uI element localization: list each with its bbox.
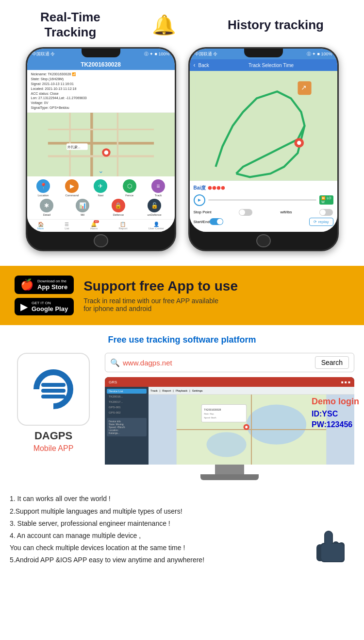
demo-id: ID:YSC xyxy=(312,410,359,418)
platform-section: Free use tracking software platform DAGP… xyxy=(0,325,364,485)
thumbs-up-icon xyxy=(306,521,354,571)
replay-button[interactable]: ⟳ replay xyxy=(309,218,333,226)
feature-item-1: 1. It can works all over the world ! xyxy=(10,493,354,505)
svg-point-8 xyxy=(104,150,108,155)
left-phone-buttons: 📍 Location ▶ Command ✈ Navi ⬡ xyxy=(27,176,175,219)
svg-rect-2 xyxy=(90,113,93,176)
undefence-btn[interactable]: 🔓 unDefence xyxy=(148,199,162,216)
svg-point-23 xyxy=(247,405,306,445)
website-url-input[interactable] xyxy=(123,359,315,367)
back-label[interactable]: Back xyxy=(199,63,209,68)
svg-point-24 xyxy=(206,432,246,457)
svg-rect-20 xyxy=(41,395,66,398)
support-subtitle: Track in real time with our free APP ava… xyxy=(83,297,349,312)
svg-rect-18 xyxy=(41,383,66,387)
svg-rect-39 xyxy=(325,532,332,546)
left-phone-header: TK2001630028 xyxy=(27,59,175,70)
svg-text:↗: ↗ xyxy=(301,84,307,92)
track-progress-bar[interactable] xyxy=(208,199,317,201)
right-home-button[interactable] xyxy=(256,234,271,248)
mil-btn[interactable]: 📊 Mil xyxy=(76,199,89,216)
defence-btn[interactable]: 🔒 Defence xyxy=(112,199,125,216)
search-icon: 🔍 xyxy=(110,358,120,367)
app-store-line2: App Store xyxy=(37,283,67,291)
play-button[interactable]: ▶ xyxy=(194,194,205,206)
app-store-line1: Download on the xyxy=(37,279,67,283)
svg-text:Speed: 0km/h: Speed: 0km/h xyxy=(204,417,216,419)
app-store-button[interactable]: 🍎 Download on the App Store xyxy=(15,276,74,294)
navi-btn[interactable]: ✈ Navi xyxy=(94,179,107,197)
platform-title: Free use tracking software platform xyxy=(10,335,354,345)
support-title: Support free App to use xyxy=(83,278,349,294)
gps-header: GRS ■ ■ ■ xyxy=(105,377,354,387)
gps-sidebar-item[interactable]: GPS-002 xyxy=(107,410,147,415)
platform-content: DAGPS Mobile APP 🔍 Search GRS ■ ■ ■ xyxy=(10,353,354,480)
nav-user-center[interactable]: 👤 User Center xyxy=(149,222,164,230)
fence-btn[interactable]: ⬡ Fence xyxy=(123,179,136,197)
track-selection-title: Track Selection Time xyxy=(209,63,333,68)
nav-list[interactable]: ☰ List xyxy=(65,222,69,230)
nav-main[interactable]: 🏠 Main xyxy=(37,222,44,230)
left-phone-info: Nickname: TK2001630028 📶 State: Stop (16… xyxy=(27,70,175,112)
play-triangle-icon: ▶ xyxy=(20,301,28,312)
gps-sidebar-item[interactable]: GPS-001 xyxy=(107,405,147,410)
top-titles: Real-TimeTracking 🔔 History tracking xyxy=(15,10,349,40)
right-phone-screen: 中国联通 令 11:16 ⓪ ✦ ■ 100% ‹ Back Track Sel… xyxy=(190,49,337,231)
history-title: History tracking xyxy=(228,17,324,33)
track-map: ↗ xyxy=(190,71,337,180)
dagps-label: DAGPS xyxy=(34,430,72,442)
svg-text:外扎蒙...: 外扎蒙... xyxy=(67,145,81,149)
left-home-button[interactable] xyxy=(94,234,108,248)
demo-login-title: Demo login xyxy=(312,397,359,407)
phone-notch-left xyxy=(82,49,120,57)
phones-row: 中国联通 令 11:16 ⓪ ✦ ■ 100% TK2001630028 Nic… xyxy=(15,47,349,261)
svg-rect-38 xyxy=(321,544,344,561)
monitor-stand xyxy=(215,465,244,474)
gps-sidebar: Device List TK20016... TK20017... GPS-00… xyxy=(105,387,149,465)
wifi-lbs-toggle[interactable] xyxy=(319,209,333,216)
svg-rect-6 xyxy=(48,128,153,130)
google-play-button[interactable]: ▶ GET IT ON Google Play xyxy=(15,298,74,315)
gps-sidebar-item[interactable]: Device List xyxy=(107,389,147,394)
features-list: 1. It can works all over the world ! 2.S… xyxy=(10,493,354,566)
left-phone-map: 外扎蒙... ⌄ xyxy=(27,113,175,176)
search-button[interactable]: Search xyxy=(315,356,349,369)
real-time-title: Real-TimeTracking xyxy=(40,10,100,40)
svg-point-28 xyxy=(245,426,248,429)
gps-sidebar-item[interactable]: TK20017... xyxy=(107,399,147,404)
feature-item-4: 4. An account can manage multiple device… xyxy=(10,530,354,542)
feature-item-5: 5.Android APP &IOS APP easy to view anyt… xyxy=(10,554,354,566)
demo-pw: PW:123456 xyxy=(312,420,359,429)
location-btn[interactable]: 📍 Location xyxy=(36,179,50,197)
left-nav-bar: 🏠 Main ☰ List 🔔 47 Alarm xyxy=(27,219,175,232)
nav-alarm[interactable]: 🔔 47 Alarm xyxy=(90,222,98,230)
mobile-app-label: Mobile APP xyxy=(33,444,74,453)
back-arrow-icon[interactable]: ‹ xyxy=(194,62,196,69)
svg-rect-4 xyxy=(116,113,118,176)
gps-toolbar: Track | Report | Playback | Settings xyxy=(149,387,354,395)
svg-rect-1 xyxy=(48,142,153,144)
apple-icon: 🍎 xyxy=(20,278,33,291)
dagps-logo xyxy=(17,353,90,426)
search-bar: 🔍 Search xyxy=(105,353,354,372)
monitor-base xyxy=(200,474,259,480)
svg-rect-19 xyxy=(41,389,66,393)
feature-item-4b: You can check multiple devices location … xyxy=(10,542,354,554)
stop-point-label: Stop Point xyxy=(194,210,212,214)
right-platform: 🔍 Search GRS ■ ■ ■ Device List TK20016..… xyxy=(105,353,354,480)
start-end-toggle[interactable] xyxy=(210,218,223,225)
track-btn[interactable]: ≡ Track xyxy=(151,179,165,197)
wifi-lbs-label: wifi/lbs xyxy=(280,210,292,214)
nav-report[interactable]: 📋 Report xyxy=(118,222,127,230)
start-end-label: Start/End xyxy=(194,220,210,224)
feature-item-2: 2.Support multiple languages and multipl… xyxy=(10,505,354,518)
features-section: 1. It can works all over the world ! 2.S… xyxy=(0,485,364,576)
mobile-app-area: DAGPS Mobile APP xyxy=(10,353,97,453)
monitor-container: GRS ■ ■ ■ Device List TK20016... TK20017… xyxy=(105,377,354,480)
demo-login-area: Demo login ID:YSC PW:123456 xyxy=(312,397,359,429)
gps-sidebar-item[interactable]: TK20016... xyxy=(107,394,147,399)
stop-point-toggle[interactable] xyxy=(239,209,252,216)
command-btn[interactable]: ▶ Command xyxy=(65,179,79,197)
svg-text:State: Stop: State: Stop xyxy=(204,413,214,415)
detail-btn[interactable]: ✱ Detail xyxy=(40,199,53,216)
